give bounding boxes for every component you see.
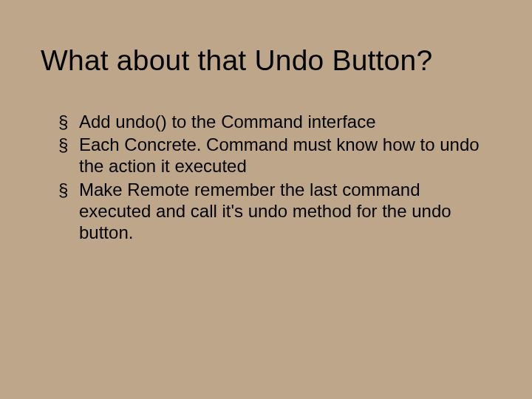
bullet-list: Add undo() to the Command interface Each… — [41, 111, 491, 244]
list-item: Add undo() to the Command interface — [58, 111, 491, 132]
slide: What about that Undo Button? Add undo() … — [0, 0, 532, 399]
slide-title: What about that Undo Button? — [41, 44, 491, 78]
list-item: Make Remote remember the last command ex… — [58, 179, 491, 244]
list-item: Each Concrete. Command must know how to … — [58, 134, 491, 177]
